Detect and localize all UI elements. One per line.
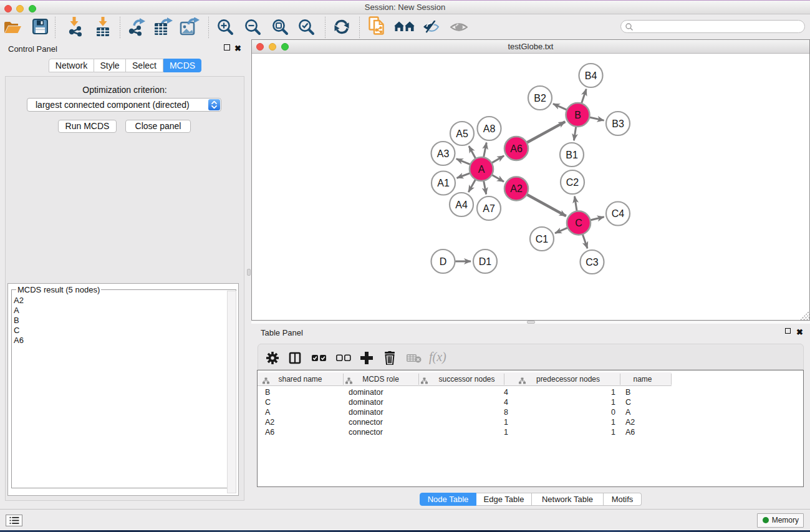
svg-text:A8: A8 — [483, 123, 496, 133]
svg-text:B3: B3 — [612, 118, 625, 128]
svg-text:A1: A1 — [438, 178, 450, 188]
svg-text:A7: A7 — [483, 203, 496, 213]
svg-text:A5: A5 — [456, 128, 469, 138]
svg-text:C2: C2 — [566, 177, 579, 187]
svg-text:D1: D1 — [479, 256, 492, 266]
svg-text:A: A — [478, 163, 485, 174]
svg-text:A6: A6 — [511, 143, 523, 153]
svg-text:D: D — [440, 256, 447, 266]
svg-text:A4: A4 — [456, 199, 468, 210]
svg-text:C1: C1 — [536, 233, 549, 244]
svg-text:A3: A3 — [437, 148, 450, 158]
svg-text:C3: C3 — [586, 256, 599, 267]
svg-text:B4: B4 — [585, 70, 597, 80]
svg-text:A2: A2 — [511, 183, 523, 194]
svg-text:B2: B2 — [534, 92, 547, 103]
svg-text:B1: B1 — [566, 149, 579, 160]
svg-text:B: B — [575, 109, 582, 120]
svg-text:C4: C4 — [612, 208, 625, 219]
svg-text:C: C — [576, 218, 583, 228]
